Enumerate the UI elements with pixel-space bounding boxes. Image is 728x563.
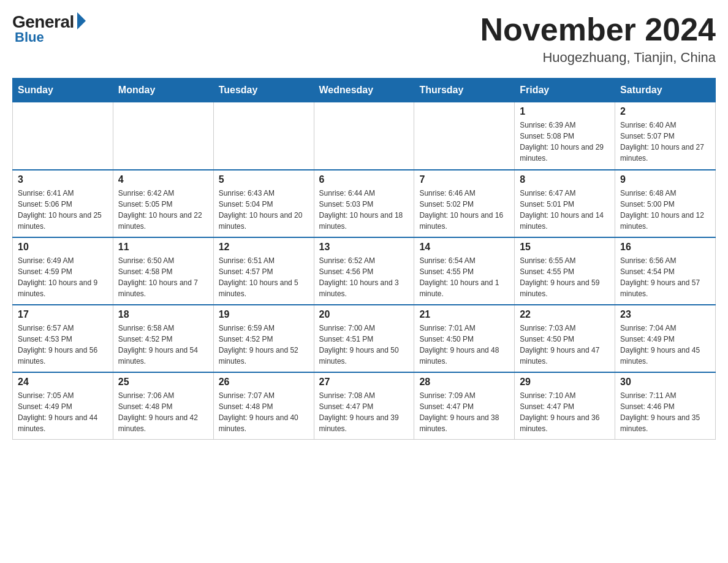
week-row-1: 1Sunrise: 6:39 AM Sunset: 5:08 PM Daylig… [13, 102, 716, 170]
calendar-cell: 6Sunrise: 6:44 AM Sunset: 5:03 PM Daylig… [314, 170, 414, 237]
weekday-header-saturday: Saturday [615, 79, 716, 102]
calendar-cell: 10Sunrise: 6:49 AM Sunset: 4:59 PM Dayli… [13, 237, 113, 305]
day-info: Sunrise: 7:04 AM Sunset: 4:49 PM Dayligh… [620, 323, 710, 367]
day-number: 6 [319, 174, 409, 185]
day-info: Sunrise: 7:00 AM Sunset: 4:51 PM Dayligh… [319, 323, 409, 367]
calendar-cell: 12Sunrise: 6:51 AM Sunset: 4:57 PM Dayli… [213, 237, 314, 305]
weekday-header-thursday: Thursday [414, 79, 515, 102]
day-number: 10 [18, 242, 108, 253]
day-info: Sunrise: 6:51 AM Sunset: 4:57 PM Dayligh… [219, 255, 309, 299]
calendar-cell: 24Sunrise: 7:05 AM Sunset: 4:49 PM Dayli… [13, 372, 113, 440]
day-number: 3 [18, 174, 108, 185]
day-number: 20 [319, 309, 409, 320]
day-number: 12 [219, 242, 309, 253]
calendar-cell: 2Sunrise: 6:40 AM Sunset: 5:07 PM Daylig… [615, 102, 716, 170]
logo-blue-text: Blue [15, 29, 44, 45]
day-number: 13 [319, 242, 409, 253]
week-row-4: 17Sunrise: 6:57 AM Sunset: 4:53 PM Dayli… [13, 305, 716, 372]
calendar-cell: 16Sunrise: 6:56 AM Sunset: 4:54 PM Dayli… [615, 237, 716, 305]
day-info: Sunrise: 7:01 AM Sunset: 4:50 PM Dayligh… [419, 323, 509, 367]
day-number: 24 [18, 377, 108, 388]
page-header: General Blue November 2024 Huogezhuang, … [12, 12, 716, 66]
calendar-cell: 21Sunrise: 7:01 AM Sunset: 4:50 PM Dayli… [414, 305, 515, 372]
day-info: Sunrise: 7:07 AM Sunset: 4:48 PM Dayligh… [219, 390, 309, 434]
calendar-cell [414, 102, 515, 170]
calendar-table: SundayMondayTuesdayWednesdayThursdayFrid… [12, 78, 716, 440]
calendar-cell [13, 102, 113, 170]
weekday-header-row: SundayMondayTuesdayWednesdayThursdayFrid… [13, 79, 716, 102]
day-info: Sunrise: 7:09 AM Sunset: 4:47 PM Dayligh… [419, 390, 509, 434]
day-number: 27 [319, 377, 409, 388]
calendar-cell: 19Sunrise: 6:59 AM Sunset: 4:52 PM Dayli… [213, 305, 314, 372]
weekday-header-monday: Monday [113, 79, 213, 102]
day-info: Sunrise: 6:50 AM Sunset: 4:58 PM Dayligh… [118, 255, 208, 299]
day-info: Sunrise: 6:41 AM Sunset: 5:06 PM Dayligh… [18, 188, 108, 232]
day-info: Sunrise: 7:05 AM Sunset: 4:49 PM Dayligh… [18, 390, 108, 434]
calendar-cell: 28Sunrise: 7:09 AM Sunset: 4:47 PM Dayli… [414, 372, 515, 440]
calendar-cell [113, 102, 213, 170]
calendar-cell [213, 102, 314, 170]
calendar-cell: 8Sunrise: 6:47 AM Sunset: 5:01 PM Daylig… [515, 170, 615, 237]
day-number: 29 [520, 377, 610, 388]
calendar-cell: 1Sunrise: 6:39 AM Sunset: 5:08 PM Daylig… [515, 102, 615, 170]
calendar-cell: 22Sunrise: 7:03 AM Sunset: 4:50 PM Dayli… [515, 305, 615, 372]
calendar-cell: 17Sunrise: 6:57 AM Sunset: 4:53 PM Dayli… [13, 305, 113, 372]
calendar-cell: 14Sunrise: 6:54 AM Sunset: 4:55 PM Dayli… [414, 237, 515, 305]
week-row-2: 3Sunrise: 6:41 AM Sunset: 5:06 PM Daylig… [13, 170, 716, 237]
day-info: Sunrise: 7:08 AM Sunset: 4:47 PM Dayligh… [319, 390, 409, 434]
calendar-cell: 26Sunrise: 7:07 AM Sunset: 4:48 PM Dayli… [213, 372, 314, 440]
day-number: 14 [419, 242, 509, 253]
calendar-cell: 5Sunrise: 6:43 AM Sunset: 5:04 PM Daylig… [213, 170, 314, 237]
day-number: 2 [620, 106, 710, 117]
day-number: 16 [620, 242, 710, 253]
weekday-header-friday: Friday [515, 79, 615, 102]
calendar-cell: 23Sunrise: 7:04 AM Sunset: 4:49 PM Dayli… [615, 305, 716, 372]
weekday-header-tuesday: Tuesday [213, 79, 314, 102]
day-info: Sunrise: 6:58 AM Sunset: 4:52 PM Dayligh… [118, 323, 208, 367]
calendar-cell: 3Sunrise: 6:41 AM Sunset: 5:06 PM Daylig… [13, 170, 113, 237]
day-info: Sunrise: 6:54 AM Sunset: 4:55 PM Dayligh… [419, 255, 509, 299]
day-info: Sunrise: 6:48 AM Sunset: 5:00 PM Dayligh… [620, 188, 710, 232]
calendar-cell: 9Sunrise: 6:48 AM Sunset: 5:00 PM Daylig… [615, 170, 716, 237]
day-info: Sunrise: 6:55 AM Sunset: 4:55 PM Dayligh… [520, 255, 610, 299]
location-title: Huogezhuang, Tianjin, China [480, 50, 716, 66]
calendar-cell: 20Sunrise: 7:00 AM Sunset: 4:51 PM Dayli… [314, 305, 414, 372]
day-number: 26 [219, 377, 309, 388]
calendar-cell: 30Sunrise: 7:11 AM Sunset: 4:46 PM Dayli… [615, 372, 716, 440]
day-info: Sunrise: 6:44 AM Sunset: 5:03 PM Dayligh… [319, 188, 409, 232]
day-number: 8 [520, 174, 610, 185]
day-info: Sunrise: 7:11 AM Sunset: 4:46 PM Dayligh… [620, 390, 710, 434]
day-number: 11 [118, 242, 208, 253]
calendar-cell: 18Sunrise: 6:58 AM Sunset: 4:52 PM Dayli… [113, 305, 213, 372]
weekday-header-wednesday: Wednesday [314, 79, 414, 102]
day-info: Sunrise: 6:47 AM Sunset: 5:01 PM Dayligh… [520, 188, 610, 232]
day-number: 9 [620, 174, 710, 185]
day-number: 25 [118, 377, 208, 388]
calendar-cell [314, 102, 414, 170]
day-info: Sunrise: 6:39 AM Sunset: 5:08 PM Dayligh… [520, 120, 610, 164]
day-info: Sunrise: 6:46 AM Sunset: 5:02 PM Dayligh… [419, 188, 509, 232]
day-number: 4 [118, 174, 208, 185]
calendar-cell: 7Sunrise: 6:46 AM Sunset: 5:02 PM Daylig… [414, 170, 515, 237]
logo-triangle-icon [77, 12, 86, 29]
calendar-cell: 13Sunrise: 6:52 AM Sunset: 4:56 PM Dayli… [314, 237, 414, 305]
day-number: 5 [219, 174, 309, 185]
calendar-cell: 27Sunrise: 7:08 AM Sunset: 4:47 PM Dayli… [314, 372, 414, 440]
day-number: 30 [620, 377, 710, 388]
day-number: 15 [520, 242, 610, 253]
day-info: Sunrise: 6:56 AM Sunset: 4:54 PM Dayligh… [620, 255, 710, 299]
day-info: Sunrise: 6:57 AM Sunset: 4:53 PM Dayligh… [18, 323, 108, 367]
calendar-cell: 15Sunrise: 6:55 AM Sunset: 4:55 PM Dayli… [515, 237, 615, 305]
day-number: 1 [520, 106, 610, 117]
day-info: Sunrise: 6:49 AM Sunset: 4:59 PM Dayligh… [18, 255, 108, 299]
logo: General Blue [12, 12, 86, 45]
title-section: November 2024 Huogezhuang, Tianjin, Chin… [480, 12, 716, 66]
day-number: 21 [419, 309, 509, 320]
day-info: Sunrise: 7:10 AM Sunset: 4:47 PM Dayligh… [520, 390, 610, 434]
calendar-cell: 29Sunrise: 7:10 AM Sunset: 4:47 PM Dayli… [515, 372, 615, 440]
day-number: 17 [18, 309, 108, 320]
day-info: Sunrise: 6:43 AM Sunset: 5:04 PM Dayligh… [219, 188, 309, 232]
day-number: 18 [118, 309, 208, 320]
day-info: Sunrise: 6:40 AM Sunset: 5:07 PM Dayligh… [620, 120, 710, 164]
day-number: 19 [219, 309, 309, 320]
